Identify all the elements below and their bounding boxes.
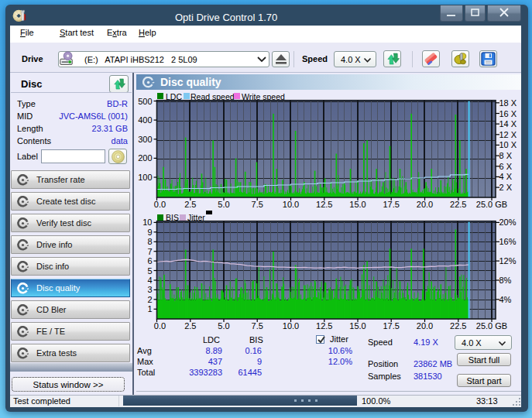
svg-text:16 X: 16 X: [499, 109, 517, 118]
svg-text:10 X: 10 X: [499, 140, 517, 149]
svg-text:0.0: 0.0: [154, 321, 166, 331]
svg-text:2: 2: [147, 295, 152, 304]
svg-text:2.5: 2.5: [184, 321, 196, 331]
svg-text:12%: 12%: [499, 256, 517, 266]
svg-text:22.5: 22.5: [450, 321, 466, 331]
svg-text:25.0 GB: 25.0 GB: [476, 321, 507, 331]
svg-text:200: 200: [138, 153, 152, 163]
svg-text:6: 6: [147, 256, 152, 266]
svg-text:20.0: 20.0: [417, 321, 433, 331]
svg-text:17.5: 17.5: [383, 200, 399, 209]
svg-text:12.5: 12.5: [316, 200, 332, 209]
svg-text:5: 5: [147, 266, 152, 276]
svg-text:12 X: 12 X: [499, 130, 517, 139]
svg-text:8 X: 8 X: [499, 151, 513, 160]
svg-text:2.5: 2.5: [184, 200, 196, 209]
svg-text:8%: 8%: [499, 276, 512, 285]
svg-text:10: 10: [142, 218, 152, 227]
svg-text:4 X: 4 X: [499, 172, 513, 181]
svg-text:4: 4: [147, 276, 152, 285]
svg-text:4%: 4%: [499, 295, 512, 304]
svg-text:20.0: 20.0: [417, 200, 433, 209]
svg-text:0.0: 0.0: [154, 200, 166, 209]
svg-text:7.5: 7.5: [252, 200, 263, 209]
svg-text:300: 300: [138, 135, 152, 144]
svg-text:15.0: 15.0: [349, 321, 366, 331]
svg-text:25.0 GB: 25.0 GB: [476, 200, 507, 209]
svg-text:5.0: 5.0: [218, 200, 229, 209]
svg-text:6 X: 6 X: [499, 162, 513, 171]
svg-text:17.5: 17.5: [383, 321, 399, 331]
svg-text:14 X: 14 X: [499, 119, 517, 128]
svg-text:9: 9: [147, 228, 152, 237]
svg-text:7: 7: [147, 247, 152, 256]
svg-text:10.0: 10.0: [283, 200, 299, 209]
svg-text:20%: 20%: [499, 218, 517, 227]
svg-text:12.5: 12.5: [316, 321, 332, 331]
svg-text:16%: 16%: [499, 237, 517, 246]
svg-text:400: 400: [138, 115, 152, 125]
svg-text:5.0: 5.0: [218, 321, 229, 331]
svg-text:22.5: 22.5: [450, 200, 466, 209]
svg-text:3: 3: [147, 285, 152, 294]
svg-text:500: 500: [138, 97, 152, 106]
svg-text:8: 8: [147, 237, 152, 246]
svg-text:15.0: 15.0: [349, 200, 366, 209]
svg-text:100: 100: [138, 173, 152, 182]
svg-text:10.0: 10.0: [283, 321, 299, 331]
svg-text:2 X: 2 X: [499, 183, 513, 192]
svg-text:18 X: 18 X: [499, 98, 517, 108]
svg-text:7.5: 7.5: [252, 321, 263, 331]
svg-text:1: 1: [147, 304, 152, 314]
